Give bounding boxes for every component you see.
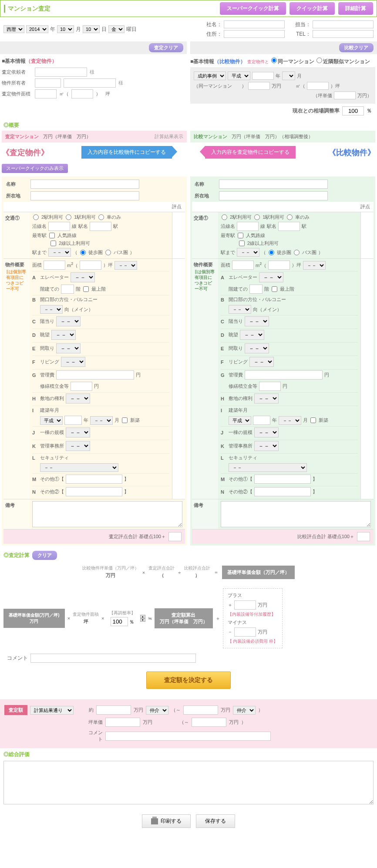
final-comment-input[interactable] — [105, 732, 271, 741]
walk-radio[interactable] — [80, 250, 86, 255]
office-select[interactable]: －－ — [66, 441, 90, 451]
rate-up-button[interactable]: ▲ — [140, 615, 145, 618]
c-car-radio[interactable] — [287, 214, 293, 220]
scale-select[interactable]: －－ — [66, 427, 90, 437]
quick-button[interactable]: クイック計算 — [289, 2, 335, 15]
mgmt-input[interactable] — [56, 370, 134, 380]
c-1sta-radio[interactable] — [254, 214, 260, 220]
rate-input[interactable] — [342, 106, 364, 115]
minus-input[interactable] — [234, 627, 256, 637]
c-built-month-select[interactable]: －－ — [279, 416, 301, 425]
chukai1-select[interactable]: 仲介 — [146, 706, 168, 715]
compare-total-input[interactable] — [357, 532, 370, 541]
company-input[interactable] — [224, 20, 285, 28]
deal-era-select[interactable]: 平成 — [228, 71, 250, 80]
address-input[interactable] — [224, 30, 285, 38]
c-other1-input[interactable] — [254, 475, 311, 484]
sun-select[interactable]: －－ — [56, 316, 81, 326]
client-input[interactable] — [35, 68, 87, 77]
c-tsubo-input[interactable] — [268, 261, 290, 270]
decide-button[interactable]: 査定額を決定する — [146, 671, 231, 689]
c-area-input[interactable] — [232, 261, 254, 270]
c-view-select[interactable]: －－ — [240, 330, 264, 340]
assess-total-input[interactable] — [168, 532, 182, 541]
year-select[interactable]: 2014 — [26, 25, 48, 33]
month-select[interactable]: 10 — [57, 25, 74, 33]
line-input[interactable] — [48, 222, 70, 231]
multi-check[interactable] — [50, 241, 56, 246]
new-check[interactable] — [122, 417, 128, 423]
c-land-select[interactable]: －－ — [254, 393, 279, 403]
super-quick-button[interactable]: スーパークイック計算 — [220, 2, 286, 15]
c-walk-radio[interactable] — [269, 250, 274, 255]
calc-clear-button[interactable]: クリア — [32, 551, 57, 560]
area-input[interactable] — [35, 89, 57, 98]
c-multi-check[interactable] — [239, 241, 245, 246]
deal-month-select[interactable] — [282, 71, 295, 80]
deal-year-input[interactable] — [252, 72, 274, 80]
compare-remarks[interactable] — [221, 501, 371, 527]
c-tosta-select[interactable]: －－ — [237, 248, 259, 257]
built-era-select[interactable]: 平成 — [40, 416, 63, 425]
layout-select[interactable]: －－ — [56, 343, 81, 353]
assess-remarks[interactable] — [32, 501, 182, 527]
dow-select[interactable]: 金 — [108, 25, 125, 33]
c-area-sel[interactable]: －－ — [303, 261, 326, 270]
tosta-select[interactable]: －－ — [48, 248, 71, 257]
traffic-2sta-radio[interactable] — [33, 214, 39, 220]
c-elev-select[interactable]: －－ — [259, 272, 283, 282]
c-reserve-input[interactable] — [259, 382, 281, 391]
top-check[interactable] — [83, 286, 89, 292]
area2-input[interactable] — [44, 261, 65, 270]
traffic-car-radio[interactable] — [98, 214, 104, 220]
staff-input[interactable] — [313, 20, 374, 28]
owner2-input[interactable] — [64, 78, 116, 88]
compare-name-input[interactable] — [219, 180, 328, 189]
print-button[interactable]: 印刷する — [142, 814, 191, 828]
compare-addr-input[interactable] — [219, 191, 328, 200]
elev-select[interactable]: －－ — [71, 272, 95, 282]
plus-input[interactable] — [234, 600, 256, 610]
final-price-input[interactable] — [96, 705, 131, 715]
assess-name-input[interactable] — [30, 180, 139, 189]
c-popular-check[interactable] — [238, 233, 243, 238]
readjust-input[interactable] — [111, 617, 128, 626]
tel-input[interactable] — [313, 30, 374, 38]
c-bus-radio[interactable] — [294, 250, 300, 255]
c-layout-select[interactable]: －－ — [245, 343, 269, 353]
overall-textarea[interactable] — [3, 761, 374, 804]
area-sel[interactable]: －－ — [114, 261, 137, 270]
reserve-input[interactable] — [71, 382, 92, 391]
assess-clear-button[interactable]: 査定クリア — [149, 43, 183, 52]
view-select[interactable]: －－ — [51, 330, 76, 340]
super-quick-badge[interactable]: スーパークイックのみ表示 — [2, 164, 68, 173]
copy-to-compare-button[interactable]: 入力内容を比較物件にコピーする — [81, 146, 172, 159]
land-select[interactable]: －－ — [66, 393, 90, 403]
result-link[interactable]: 計算結果表示 — [155, 133, 183, 140]
c-office-select[interactable]: －－ — [254, 441, 279, 451]
near-mansion-radio[interactable] — [316, 58, 322, 63]
rate-down-button[interactable]: ▼ — [140, 618, 145, 622]
deal-tsubo-input[interactable] — [307, 82, 329, 90]
c-new-check[interactable] — [310, 417, 316, 423]
assess-addr-input[interactable] — [30, 191, 139, 200]
day-select[interactable]: 10 — [83, 25, 100, 33]
c-dir-select[interactable]: －－ — [229, 305, 251, 314]
traffic-1sta-radio[interactable] — [66, 214, 71, 220]
final-tanka2-input[interactable] — [192, 718, 226, 727]
deal-select[interactable]: 成約事例 — [194, 71, 226, 80]
c-built-era-select[interactable]: 平成 — [229, 416, 251, 425]
detail-button[interactable]: 詳細計算 — [338, 2, 373, 15]
c-living-select[interactable]: －－ — [249, 357, 274, 367]
traffic-score[interactable] — [172, 212, 184, 220]
c-station-input[interactable] — [278, 222, 300, 231]
same-mansion-radio[interactable] — [271, 58, 277, 63]
dir-select[interactable]: －－ — [40, 305, 63, 314]
copy-to-assess-button[interactable]: 入力内容を査定物件にコピーする — [205, 146, 296, 159]
compare-clear-button[interactable]: 比較クリア — [339, 43, 374, 52]
c-sun-select[interactable]: －－ — [245, 316, 269, 326]
c-scale-select[interactable]: －－ — [254, 427, 279, 437]
era-select[interactable]: 西暦 — [3, 25, 24, 33]
tsubo2-input[interactable] — [80, 261, 101, 270]
security-select[interactable]: －－ — [40, 463, 118, 472]
